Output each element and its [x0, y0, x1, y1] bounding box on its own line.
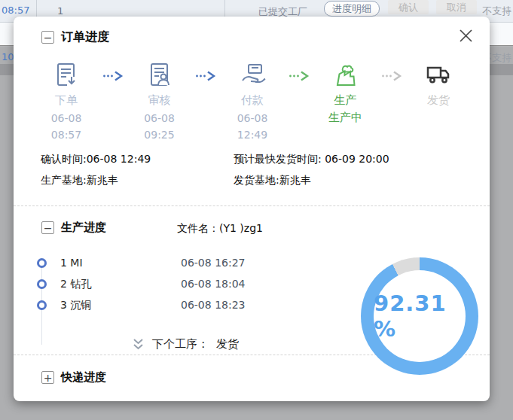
step-review: 审核 06-08 09:25	[128, 60, 191, 141]
file-name: 文件名：(Y1 )zg1	[177, 222, 263, 236]
step-arrow-icon	[377, 71, 408, 81]
order-progress-modal: − 订单进度 下单 06-08 08:57	[14, 17, 490, 401]
production-progress-donut: 92.31 %	[361, 257, 478, 375]
close-icon[interactable]	[457, 26, 475, 44]
order-steps: 下单 06-08 08:57 审核 06-08 09:25	[14, 60, 490, 141]
collapse-icon[interactable]: −	[41, 221, 54, 234]
truck-icon	[407, 60, 470, 90]
step-label: 发货	[407, 93, 470, 108]
step-label: 生产	[314, 93, 377, 108]
confirm-button[interactable]: 确认	[388, 0, 429, 14]
step-place-order: 下单 06-08 08:57	[35, 60, 98, 141]
estimated-ship-time: 预计最快发货时间: 06-09 20:00	[234, 153, 490, 166]
factory-icon	[314, 60, 377, 90]
step-date: 06-08	[128, 112, 191, 124]
step-arrow-icon	[284, 71, 314, 81]
step-payment: 付款 06-08 12:49	[221, 60, 284, 141]
review-doc-icon	[128, 60, 191, 90]
timeline-item: 2 钻孔 06-08 18:04	[14, 277, 337, 298]
confirm-time: 确认时间:06-08 12:49	[41, 153, 234, 166]
next-process-row: 下个工序： 发货	[132, 337, 239, 352]
modal-header: − 订单进度	[14, 17, 490, 45]
step-label: 付款	[221, 93, 284, 108]
step-shipping: 发货	[407, 60, 470, 108]
express-title: 快递进度	[61, 370, 106, 385]
step-label: 审核	[128, 93, 191, 108]
step-production: 生产 生产中	[314, 60, 377, 125]
timeline-item: 1 MI 06-08 16:27	[14, 256, 337, 277]
expand-icon[interactable]: +	[41, 371, 54, 384]
process-time: 06-08 16:27	[181, 257, 245, 269]
step-time: 09:25	[128, 129, 191, 141]
payment-hand-icon	[221, 60, 284, 90]
step-time: 08:57	[35, 129, 98, 141]
process-time: 06-08 18:04	[181, 278, 245, 290]
next-process-label: 下个工序：	[152, 337, 209, 352]
next-process-value: 发货	[216, 337, 239, 352]
production-base: 生产基地:新兆丰	[41, 174, 234, 187]
production-title: 生产进度	[61, 221, 106, 235]
timeline-dot-icon	[37, 258, 47, 268]
section-divider	[14, 205, 490, 206]
progress-detail-button[interactable]: 进度明细	[324, 1, 380, 17]
process-name: 1 MI	[60, 257, 83, 269]
cancel-button[interactable]: 取消	[436, 0, 477, 14]
order-time-link[interactable]: 08:57	[2, 5, 29, 16]
step-arrow-icon	[191, 71, 221, 81]
order-doc-icon	[35, 60, 98, 90]
production-section-header: − 生产进度	[41, 221, 106, 235]
order-info: 确认时间:06-08 12:49 预计最快发货时间: 06-09 20:00 生…	[14, 153, 490, 187]
step-arrow-icon	[98, 71, 128, 81]
process-time: 06-08 18:23	[181, 299, 245, 311]
process-name: 3 沉铜	[60, 299, 91, 312]
order-qty-cell: 1	[57, 5, 63, 17]
collapse-icon[interactable]: −	[41, 31, 54, 44]
timeline-item: 3 沉铜 06-08 18:23	[14, 298, 337, 319]
modal-title: 订单进度	[61, 29, 109, 45]
progress-percent: 92.31 %	[374, 291, 466, 342]
production-timeline: 1 MI 06-08 16:27 2 钻孔 06-08 18:04 3 沉铜 0…	[14, 256, 337, 319]
step-date: 06-08	[35, 112, 98, 124]
shipping-base: 发货基地:新兆丰	[234, 174, 490, 187]
double-chevron-down-icon[interactable]	[132, 338, 145, 351]
step-label: 下单	[35, 93, 98, 108]
express-section-header: + 快递进度	[41, 370, 106, 385]
donut-hole: 92.31 %	[374, 270, 466, 362]
step-time: 12:49	[221, 129, 284, 141]
step-sublabel: 生产中	[314, 111, 377, 125]
timeline-dot-icon	[37, 279, 47, 289]
step-date: 06-08	[221, 112, 284, 124]
process-name: 2 钻孔	[60, 278, 91, 291]
timeline-dot-icon	[37, 300, 47, 310]
